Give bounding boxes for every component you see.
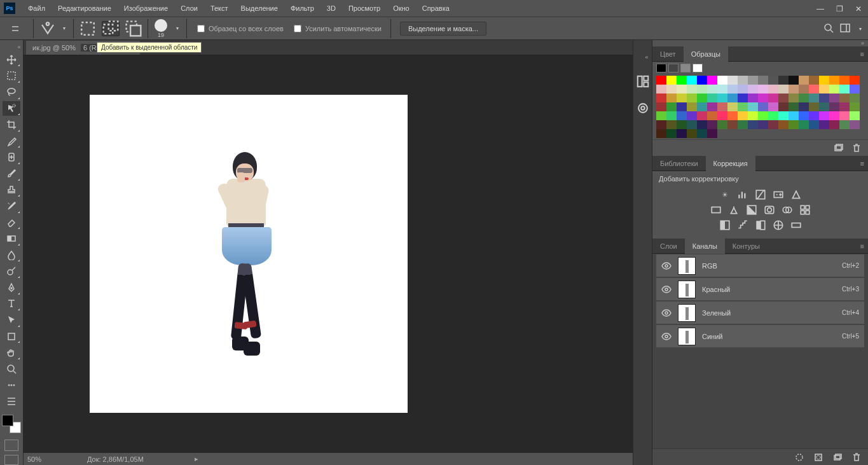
- swatch[interactable]: [748, 85, 758, 94]
- swatch[interactable]: [707, 94, 717, 102]
- screen-mode-icon[interactable]: [4, 455, 18, 465]
- channel-mixer-icon[interactable]: [782, 204, 793, 216]
- swatch[interactable]: [656, 94, 666, 102]
- menu-view[interactable]: Просмотр: [342, 0, 387, 17]
- type-tool[interactable]: [3, 296, 20, 312]
- gradient-map-icon[interactable]: [790, 219, 802, 231]
- swatch[interactable]: [738, 102, 748, 111]
- swatch[interactable]: [687, 111, 697, 120]
- swatch[interactable]: [809, 85, 819, 94]
- lasso-tool[interactable]: [3, 85, 20, 100]
- swatch[interactable]: [799, 111, 809, 120]
- swatch[interactable]: [799, 85, 809, 94]
- panel-menu-icon[interactable]: ≡: [860, 50, 864, 58]
- hand-tool[interactable]: [3, 345, 20, 360]
- swatch[interactable]: [778, 85, 789, 94]
- channel-row[interactable]: КрасныйCtrl+3: [656, 278, 864, 301]
- swatch[interactable]: [717, 102, 727, 111]
- panel-toggle-icon[interactable]: [4, 26, 27, 31]
- swatch[interactable]: [748, 120, 758, 129]
- menu-3d[interactable]: 3D: [320, 0, 342, 17]
- swatch[interactable]: [829, 120, 839, 129]
- swatch[interactable]: [666, 94, 677, 102]
- document-size[interactable]: Док: 2,86M/1,05M: [68, 455, 144, 463]
- swatch[interactable]: [809, 94, 819, 102]
- swatch[interactable]: [707, 120, 717, 129]
- tab-adjustments[interactable]: Коррекция: [706, 156, 755, 171]
- dock-collapse-icon[interactable]: »: [652, 40, 868, 46]
- history-panel-icon[interactable]: [636, 74, 650, 88]
- sample-all-layers-checkbox[interactable]: Образец со всех слоев: [197, 25, 284, 32]
- tab-swatches[interactable]: Образцы: [684, 46, 728, 62]
- color-lookup-icon[interactable]: [799, 204, 811, 216]
- delete-swatch-icon[interactable]: [851, 143, 862, 153]
- swatch[interactable]: [697, 129, 707, 138]
- swatch[interactable]: [677, 111, 687, 120]
- selection-subtract-icon[interactable]: [125, 21, 142, 36]
- brush-preview[interactable]: 19: [155, 19, 167, 38]
- zoom-tool[interactable]: [3, 361, 20, 377]
- swatch[interactable]: [697, 76, 707, 85]
- swatch[interactable]: [768, 102, 778, 111]
- swatch[interactable]: [707, 76, 717, 85]
- invert-icon[interactable]: [719, 219, 731, 231]
- chevron-down-icon[interactable]: ▾: [174, 22, 181, 36]
- swatch[interactable]: [758, 94, 768, 102]
- swatch[interactable]: [727, 76, 738, 85]
- swatch[interactable]: [799, 76, 809, 85]
- swatch[interactable]: [717, 111, 727, 120]
- swatch[interactable]: [687, 85, 697, 94]
- chevron-down-icon[interactable]: ▾: [857, 22, 864, 36]
- stamp-tool[interactable]: [3, 183, 20, 198]
- channel-row[interactable]: СинийCtrl+5: [656, 325, 864, 348]
- swatch[interactable]: [727, 85, 738, 94]
- swatch[interactable]: [697, 102, 707, 111]
- menu-select[interactable]: Выделение: [235, 0, 284, 17]
- swatch[interactable]: [677, 76, 687, 85]
- swatch[interactable]: [789, 120, 799, 129]
- swatch[interactable]: [768, 120, 778, 129]
- swatch[interactable]: [680, 64, 691, 73]
- swatch[interactable]: [656, 111, 666, 120]
- tool-preset-icon[interactable]: [40, 21, 55, 36]
- marquee-tool[interactable]: [3, 68, 20, 83]
- chevron-down-icon[interactable]: ▾: [60, 22, 68, 36]
- swatch[interactable]: [839, 94, 850, 102]
- tab-channels[interactable]: Каналы: [685, 239, 725, 254]
- shape-tool[interactable]: [3, 329, 20, 344]
- posterize-icon[interactable]: [737, 219, 748, 231]
- hue-sat-icon[interactable]: [710, 204, 722, 216]
- swatch[interactable]: [768, 111, 778, 120]
- swatch[interactable]: [666, 129, 677, 138]
- swatch[interactable]: [789, 76, 799, 85]
- delete-channel-icon[interactable]: [851, 452, 862, 462]
- swatch[interactable]: [717, 94, 727, 102]
- window-minimize-icon[interactable]: —: [811, 0, 830, 17]
- eraser-tool[interactable]: [3, 215, 20, 230]
- swatch[interactable]: [666, 85, 677, 94]
- swatch[interactable]: [850, 94, 860, 102]
- swatch[interactable]: [819, 102, 829, 111]
- swatch[interactable]: [687, 94, 697, 102]
- swatch[interactable]: [677, 94, 687, 102]
- color-picker[interactable]: [2, 415, 21, 434]
- swatch[interactable]: [819, 76, 829, 85]
- swatch[interactable]: [850, 111, 860, 120]
- threshold-icon[interactable]: [755, 219, 766, 231]
- swatch[interactable]: [748, 111, 758, 120]
- swatch[interactable]: [829, 111, 839, 120]
- swatch[interactable]: [656, 120, 666, 129]
- selection-add-icon[interactable]: [102, 21, 120, 36]
- swatch[interactable]: [819, 85, 829, 94]
- swatch[interactable]: [727, 94, 738, 102]
- swatch[interactable]: [778, 102, 789, 111]
- menu-image[interactable]: Изображение: [118, 0, 174, 17]
- swatch[interactable]: [666, 111, 677, 120]
- new-swatch-icon[interactable]: [834, 143, 844, 153]
- swatch[interactable]: [839, 85, 850, 94]
- swatch[interactable]: [799, 102, 809, 111]
- swatch[interactable]: [758, 120, 768, 129]
- swatch[interactable]: [707, 85, 717, 94]
- tab-layers[interactable]: Слои: [652, 239, 685, 254]
- swatch[interactable]: [778, 76, 789, 85]
